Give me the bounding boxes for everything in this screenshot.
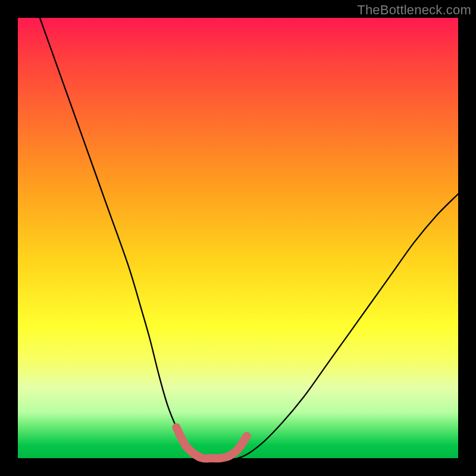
bottleneck-curve — [40, 18, 458, 459]
watermark-text: TheBottleneck.com — [357, 2, 471, 18]
chart-frame: TheBottleneck.com — [0, 0, 476, 476]
plot-area — [18, 18, 458, 458]
optimal-range-marker — [176, 427, 246, 458]
chart-svg — [18, 18, 458, 458]
